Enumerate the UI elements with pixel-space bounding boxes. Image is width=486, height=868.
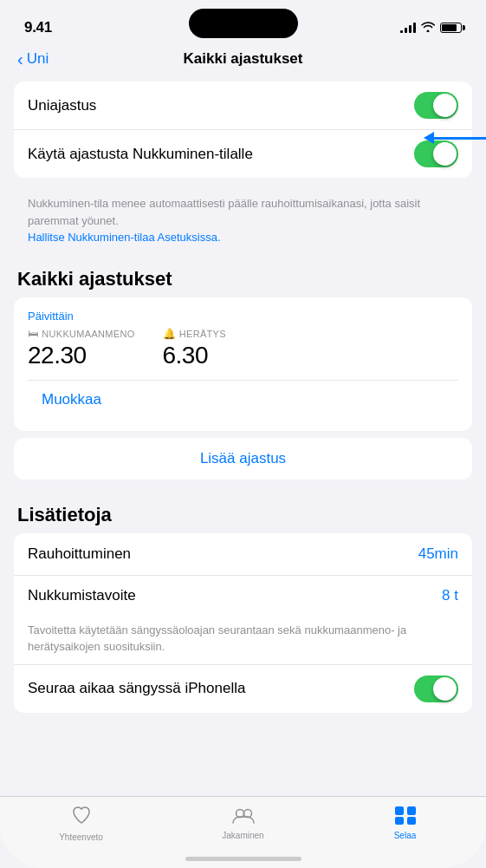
bed-icon: 🛏	[28, 328, 38, 340]
nukkumistavoite-label: Nukkumistavoite	[28, 587, 136, 604]
description-text: Nukkuminen-tila menee automaattisesti pä…	[14, 188, 472, 231]
back-label: Uni	[27, 50, 49, 68]
bedtime-value: 22.30	[28, 342, 135, 369]
annotation-arrow	[424, 132, 486, 144]
signal-icon	[400, 23, 416, 33]
uniajastus-toggle[interactable]	[414, 92, 458, 119]
browse-icon	[394, 806, 417, 828]
svg-rect-5	[407, 817, 416, 825]
schedule-section-header: Kaikki ajastukset	[14, 254, 472, 297]
edit-button[interactable]: Muokkaa	[28, 381, 458, 419]
phone-frame: 9.41 ‹ Uni Kaikk	[0, 0, 486, 868]
alarm-icon: 🔔	[163, 328, 176, 340]
toggle-card: Uniajastus Käytä ajastusta Nukkuminen-ti…	[14, 82, 472, 178]
status-icons	[400, 22, 462, 35]
schedule-times: 🛏 NUKKUMAANMENO 22.30 🔔 HERÄTYS 6.30	[28, 328, 458, 369]
info-card: Rauhoittuminen 45min Nukkumistavoite 8 t…	[14, 533, 472, 713]
nav-bar: ‹ Uni Kaikki ajastukset	[0, 43, 486, 75]
nukkuminen-tila-row[interactable]: Käytä ajastusta Nukkuminen-tilalle	[14, 129, 472, 178]
dynamic-island	[189, 9, 298, 38]
content-area: Uniajastus Käytä ajastusta Nukkuminen-ti…	[0, 75, 486, 784]
tab-selaa[interactable]: Selaa	[324, 806, 486, 840]
bedtime-block: 🛏 NUKKUMAANMENO 22.30	[28, 328, 135, 369]
page-title: Kaikki ajastukset	[184, 50, 303, 68]
add-button-card: Lisää ajastus	[14, 438, 472, 480]
tab-jakaminen-label: Jakaminen	[222, 831, 263, 840]
wake-block: 🔔 HERÄTYS 6.30	[163, 328, 226, 369]
wifi-icon	[421, 22, 435, 35]
nukkuminen-tila-label: Käytä ajastusta Nukkuminen-tilalle	[28, 146, 253, 163]
nukkumistavoite-value: 8 t	[442, 587, 458, 604]
rauhoittuminen-row[interactable]: Rauhoittuminen 45min	[14, 533, 472, 575]
tracking-row[interactable]: Seuraa aikaa sängyssä iPhonella	[14, 664, 472, 713]
svg-point-1	[243, 810, 251, 818]
uniajastus-row[interactable]: Uniajastus	[14, 82, 472, 129]
info-section-header: Lisätietoja	[14, 490, 472, 533]
uniajastus-label: Uniajastus	[28, 97, 96, 114]
tab-jakaminen[interactable]: Jakaminen	[162, 806, 324, 840]
goal-description: Tavoitetta käytetään sängyssäoloajan seu…	[14, 617, 472, 664]
back-chevron-icon: ‹	[17, 50, 23, 68]
home-indicator	[185, 857, 301, 861]
tab-yhteenveto-label: Yhteenveto	[59, 832, 103, 842]
nukkuminen-tila-toggle[interactable]	[414, 140, 458, 167]
heart-icon	[71, 806, 92, 830]
wake-label: 🔔 HERÄTYS	[163, 328, 226, 340]
tab-yhteenveto[interactable]: Yhteenveto	[0, 806, 162, 842]
svg-point-0	[236, 810, 243, 818]
arrow-line	[434, 137, 486, 140]
tracking-toggle[interactable]	[414, 675, 458, 702]
svg-rect-2	[395, 806, 404, 815]
svg-rect-4	[395, 817, 404, 825]
status-time: 9.41	[24, 19, 52, 36]
wake-value: 6.30	[163, 342, 226, 369]
rauhoittuminen-label: Rauhoittuminen	[28, 545, 131, 563]
svg-rect-3	[407, 806, 416, 815]
battery-icon	[440, 23, 462, 33]
back-button[interactable]: ‹ Uni	[17, 50, 49, 68]
arrow-head-icon	[424, 132, 434, 144]
settings-link[interactable]: Hallitse Nukkuminen-tilaa Asetuksissa.	[14, 231, 472, 254]
nukkumistavoite-row[interactable]: Nukkumistavoite 8 t	[14, 575, 472, 617]
tracking-label: Seuraa aikaa sängyssä iPhonella	[28, 680, 245, 697]
rauhoittuminen-value: 45min	[418, 545, 458, 563]
sharing-icon	[231, 806, 256, 828]
bedtime-label: 🛏 NUKKUMAANMENO	[28, 328, 135, 340]
schedule-tag: Päivittäin	[28, 310, 458, 323]
schedule-card: Päivittäin 🛏 NUKKUMAANMENO 22.30 🔔 HERÄT…	[14, 297, 472, 431]
tab-selaa-label: Selaa	[394, 831, 417, 840]
add-schedule-button[interactable]: Lisää ajastus	[14, 438, 472, 480]
